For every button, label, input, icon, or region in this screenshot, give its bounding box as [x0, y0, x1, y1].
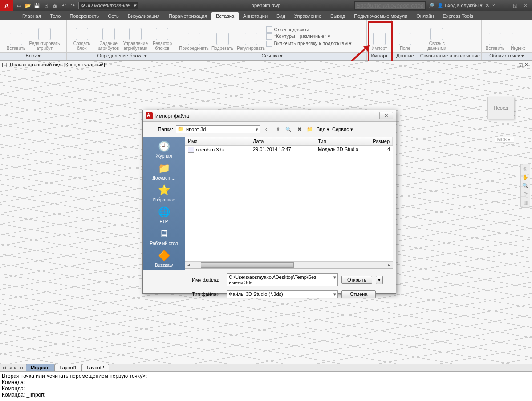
minimize-icon[interactable]: — — [502, 3, 507, 8]
import-button[interactable]: Импорт — [370, 22, 389, 51]
viewcube[interactable]: Перед — [487, 97, 514, 119]
place-buzzsaw[interactable]: 🔶Buzzsaw — [143, 249, 185, 269]
pc-insert-button[interactable]: Вставить — [484, 22, 506, 51]
open-icon[interactable]: 📂 — [24, 1, 32, 9]
layout-tab-2[interactable]: Layout2 — [82, 364, 109, 371]
tab-visualize[interactable]: Визуализация — [123, 12, 164, 20]
next-tab-icon[interactable]: ▸ — [13, 365, 18, 371]
undo-icon[interactable]: ↶ — [60, 1, 68, 9]
layout-tab-1[interactable]: Layout1 — [55, 364, 82, 371]
pan-icon[interactable]: ✋ — [522, 174, 528, 180]
tab-insert[interactable]: Вставка — [211, 12, 239, 20]
tab-surface[interactable]: Поверхность — [65, 12, 103, 20]
panel-title-pointcloud[interactable]: Облако точек ▾ — [482, 52, 532, 60]
app-menu-button[interactable]: A — [0, 0, 13, 11]
link-manager-icon[interactable] — [454, 37, 463, 46]
search-input[interactable] — [354, 1, 426, 10]
tab-home[interactable]: Главная — [18, 12, 45, 20]
insert-block-button[interactable]: Вставить — [3, 22, 29, 51]
tab-plugins[interactable]: Подключаемые модули — [349, 12, 412, 20]
redo-icon[interactable]: ↷ — [69, 1, 77, 9]
ucs-selector[interactable]: МСК ▾ — [495, 137, 514, 143]
showmotion-icon[interactable]: ▥ — [523, 200, 528, 205]
vp-min-icon[interactable]: — — [512, 62, 516, 68]
create-block-button[interactable]: Создать блок — [69, 22, 94, 51]
tools-menu[interactable]: Сервис ▾ — [332, 127, 353, 132]
full-nav-wheel-icon[interactable]: ◎ — [523, 166, 528, 172]
layout-tab-model[interactable]: Модель — [26, 364, 55, 371]
clip-button[interactable]: Подрезать — [209, 22, 236, 51]
manage-attr-button[interactable]: Управление атрибутами — [123, 22, 148, 51]
open-button[interactable]: Открыть — [341, 276, 372, 284]
back-icon[interactable]: ⇦ — [263, 125, 271, 133]
workspace-selector[interactable]: ⚙ 3D моделирование — [78, 2, 138, 9]
place-documents[interactable]: 📁Документ... — [143, 161, 185, 181]
attach-button[interactable]: Присоединить — [181, 22, 207, 51]
col-size[interactable]: Размер — [364, 137, 393, 145]
tab-annotate[interactable]: Аннотации — [239, 12, 272, 20]
panel-title-block-def[interactable]: Определение блока ▾ — [67, 52, 178, 60]
search-web-icon[interactable]: 🔍 — [284, 125, 292, 133]
new-icon[interactable]: ▭ — [15, 1, 23, 9]
frames-button[interactable]: *Контуры - различные* ▾ — [266, 33, 352, 40]
signin-link[interactable]: 👤 Вход в службы ▾ — [437, 3, 483, 8]
view-menu[interactable]: Вид ▾ — [317, 127, 329, 132]
delete-icon[interactable]: ✖ — [295, 125, 303, 133]
panel-title-import[interactable]: Импорт — [367, 52, 391, 60]
tab-online[interactable]: Онлайн — [412, 12, 438, 20]
last-tab-icon[interactable]: ⏭ — [18, 365, 26, 370]
adjust-button[interactable]: Регулировать — [238, 22, 264, 51]
define-attr-button[interactable]: Задание атрибутов — [96, 22, 121, 51]
underlay-layers-button[interactable]: Слои подложки — [266, 26, 352, 33]
saveas-icon[interactable]: ⎘ — [42, 1, 50, 9]
orbit-icon[interactable]: ⟳ — [524, 191, 528, 197]
panel-title-block[interactable]: Блок ▾ — [0, 52, 66, 60]
edit-attribute-button[interactable]: Редактировать атрибут — [31, 22, 58, 51]
vp-max-icon[interactable]: ◱ — [518, 62, 523, 68]
place-ftp[interactable]: 🌐FTP — [143, 205, 185, 225]
restore-icon[interactable]: ◱ — [513, 3, 517, 8]
tab-mesh[interactable]: Сеть — [103, 12, 123, 20]
snap-underlay-button[interactable]: Включить привязку к подложкам ▾ — [266, 41, 352, 47]
help-icon[interactable]: ? — [492, 3, 495, 8]
open-split-button[interactable]: ▾ — [376, 276, 383, 284]
panel-title-reference[interactable]: Ссылка ▾ — [178, 52, 367, 60]
close-icon[interactable]: ✕ — [524, 3, 528, 8]
folder-selector[interactable]: ипорт 3d — [176, 125, 260, 133]
tab-express[interactable]: Express Tools — [439, 12, 478, 20]
print-icon[interactable]: 🖨 — [51, 1, 59, 9]
first-tab-icon[interactable]: ⏮ — [0, 365, 8, 370]
col-date[interactable]: Дата — [250, 137, 315, 145]
tab-parametric[interactable]: Параметризация — [164, 12, 211, 20]
place-history[interactable]: 🕘Журнал — [143, 139, 185, 160]
zoom-icon[interactable]: 🔍 — [522, 183, 528, 188]
data-link-button[interactable]: Связь с данными — [421, 22, 452, 51]
col-name[interactable]: Имя — [185, 137, 250, 145]
file-row[interactable]: openbim.3ds 29.01.2014 15:47 Модель 3D S… — [185, 146, 393, 154]
prev-tab-icon[interactable]: ◂ — [8, 365, 13, 371]
panel-title-data[interactable]: Данные — [392, 52, 418, 60]
filetype-field[interactable]: Файлы 3D Studio (*.3ds) — [227, 290, 338, 298]
pc-index-button[interactable]: Индекс — [508, 22, 529, 51]
tab-solid[interactable]: Тело — [45, 12, 65, 20]
tab-output[interactable]: Вывод — [326, 12, 349, 20]
col-type[interactable]: Тип — [315, 137, 364, 145]
dialog-close-button[interactable]: ✕ — [379, 112, 393, 119]
place-desktop[interactable]: 🖥Рабочий стол — [143, 227, 185, 247]
field-button[interactable]: Поле — [394, 22, 415, 51]
exchange-icon[interactable]: ✕ — [485, 3, 489, 8]
infocenter-icon[interactable]: 🔎 — [428, 3, 435, 8]
tab-view[interactable]: Вид — [272, 12, 290, 20]
place-favorites[interactable]: ⭐Избранное — [143, 183, 185, 203]
up-icon[interactable]: ⇪ — [274, 125, 282, 133]
save-icon[interactable]: 💾 — [33, 1, 41, 9]
tab-manage[interactable]: Управление — [290, 12, 326, 20]
viewport-label[interactable]: [–] [Пользовательский вид] [Концептуальн… — [2, 62, 105, 67]
panel-title-linking[interactable]: Связывание и извлечение — [418, 52, 481, 60]
command-line[interactable]: Вторая точка или <считать перемещением п… — [0, 372, 532, 401]
vp-close-icon[interactable]: ✕ — [524, 62, 528, 68]
filename-field[interactable]: C:\Users\aosmyakov\Desktop\Temp\Без имен… — [227, 273, 338, 286]
new-folder-icon[interactable]: 📁 — [306, 125, 314, 133]
block-editor-button[interactable]: Редактор блоков — [150, 22, 175, 51]
h-scrollbar[interactable]: ◂▸ — [185, 261, 393, 268]
